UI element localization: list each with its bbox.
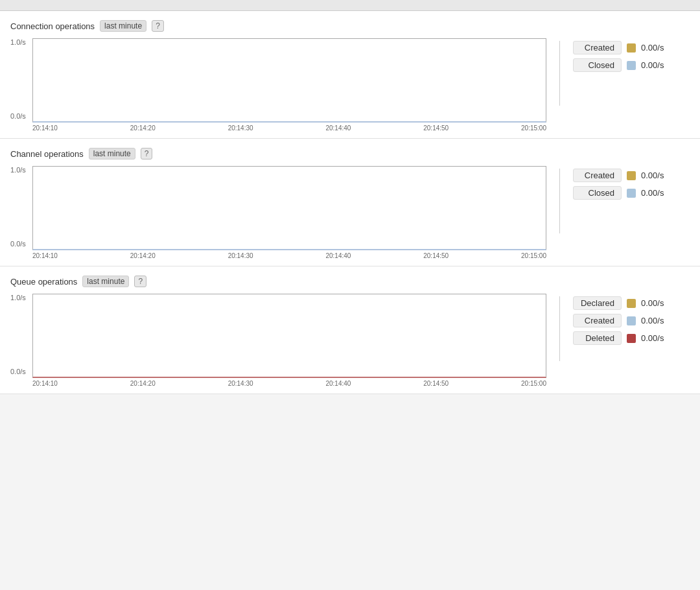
legend-divider-channel-operations <box>559 169 560 233</box>
x-label: 20:14:20 <box>130 252 156 259</box>
legend-color-queue-operations-1 <box>627 316 636 325</box>
legend-queue-operations: Declared0.00/sCreated0.00/sDeleted0.00/s <box>573 294 690 345</box>
help-badge-channel-operations[interactable]: ? <box>141 148 153 159</box>
section-connection-operations: Connection operationslast minute?1.0/s0.… <box>0 11 700 139</box>
legend-value-connection-operations-1: 0.00/s <box>641 60 664 70</box>
y-bottom-queue-operations: 0.0/s <box>10 368 26 375</box>
section-header-queue-operations: Queue operationslast minute? <box>10 276 690 287</box>
chart-area-connection-operations: 1.0/s0.0/s20:14:1020:14:2020:14:3020:14:… <box>10 38 690 132</box>
x-labels-channel-operations: 20:14:1020:14:2020:14:3020:14:4020:14:50… <box>32 252 546 259</box>
x-labels-connection-operations: 20:14:1020:14:2020:14:3020:14:4020:14:50… <box>32 124 546 132</box>
x-label: 20:14:10 <box>32 380 58 387</box>
section-title-queue-operations: Queue operations <box>10 277 77 287</box>
chart-area-channel-operations: 1.0/s0.0/s20:14:1020:14:2020:14:3020:14:… <box>10 166 690 259</box>
section-title-connection-operations: Connection operations <box>10 21 95 31</box>
x-label: 20:14:30 <box>228 252 253 259</box>
y-top-channel-operations: 1.0/s <box>10 166 26 174</box>
header <box>0 0 700 11</box>
x-label: 20:14:40 <box>325 380 351 387</box>
legend-label-queue-operations-1[interactable]: Created <box>573 314 622 327</box>
legend-item-queue-operations-0: Declared0.00/s <box>573 296 690 310</box>
time-badge-connection-operations[interactable]: last minute <box>100 20 146 32</box>
time-badge-channel-operations[interactable]: last minute <box>89 148 135 159</box>
x-label: 20:14:50 <box>423 380 449 387</box>
x-label: 20:14:40 <box>325 252 351 259</box>
legend-color-queue-operations-2 <box>627 334 636 343</box>
section-header-connection-operations: Connection operationslast minute? <box>10 20 690 32</box>
x-label: 20:15:00 <box>521 380 546 387</box>
legend-color-queue-operations-0 <box>627 299 636 308</box>
legend-item-connection-operations-1: Closed0.00/s <box>573 58 690 72</box>
legend-label-connection-operations-1[interactable]: Closed <box>573 58 622 72</box>
legend-channel-operations: Created0.00/sClosed0.00/s <box>573 166 690 200</box>
y-bottom-channel-operations: 0.0/s <box>10 240 26 248</box>
x-label: 20:14:20 <box>130 380 156 387</box>
x-label: 20:15:00 <box>521 124 546 132</box>
time-badge-queue-operations[interactable]: last minute <box>82 276 129 287</box>
legend-item-channel-operations-1: Closed0.00/s <box>573 186 690 200</box>
legend-value-queue-operations-1: 0.00/s <box>641 316 664 325</box>
legend-connection-operations: Created0.00/sClosed0.00/s <box>573 38 690 72</box>
x-label: 20:14:30 <box>228 124 253 132</box>
y-top-queue-operations: 1.0/s <box>10 294 26 301</box>
legend-color-channel-operations-0 <box>627 171 636 180</box>
legend-item-connection-operations-0: Created0.00/s <box>573 41 690 54</box>
chart-box-queue-operations <box>32 294 546 378</box>
chart-box-connection-operations <box>32 38 546 123</box>
x-label: 20:14:50 <box>423 252 449 259</box>
legend-label-channel-operations-1[interactable]: Closed <box>573 186 622 200</box>
content: Connection operationslast minute?1.0/s0.… <box>0 11 700 394</box>
x-label: 20:14:50 <box>423 124 449 132</box>
chart-area-queue-operations: 1.0/s0.0/s20:14:1020:14:2020:14:3020:14:… <box>10 294 690 387</box>
section-header-channel-operations: Channel operationslast minute? <box>10 148 690 159</box>
legend-divider-connection-operations <box>559 41 560 106</box>
legend-value-connection-operations-0: 0.00/s <box>641 43 664 53</box>
x-label: 20:14:20 <box>130 124 156 132</box>
section-channel-operations: Channel operationslast minute?1.0/s0.0/s… <box>0 139 700 266</box>
legend-value-queue-operations-2: 0.00/s <box>641 333 664 343</box>
legend-label-connection-operations-0[interactable]: Created <box>573 41 622 54</box>
x-label: 20:14:10 <box>32 252 58 259</box>
section-queue-operations: Queue operationslast minute?1.0/s0.0/s20… <box>0 266 700 394</box>
y-bottom-connection-operations: 0.0/s <box>10 112 26 120</box>
help-badge-connection-operations[interactable]: ? <box>152 20 164 32</box>
legend-item-queue-operations-1: Created0.00/s <box>573 314 690 327</box>
legend-color-connection-operations-1 <box>627 61 636 70</box>
x-label: 20:14:10 <box>32 124 58 132</box>
x-label: 20:15:00 <box>521 252 546 259</box>
y-top-connection-operations: 1.0/s <box>10 38 26 46</box>
section-title-channel-operations: Channel operations <box>10 149 84 159</box>
x-label: 20:14:40 <box>325 124 351 132</box>
chart-container-channel-operations: 1.0/s0.0/s20:14:1020:14:2020:14:3020:14:… <box>10 166 546 259</box>
legend-divider-queue-operations <box>559 296 560 361</box>
legend-item-channel-operations-0: Created0.00/s <box>573 169 690 182</box>
legend-value-channel-operations-0: 0.00/s <box>641 171 664 180</box>
x-label: 20:14:30 <box>228 380 253 387</box>
help-badge-queue-operations[interactable]: ? <box>134 276 146 287</box>
chart-container-queue-operations: 1.0/s0.0/s20:14:1020:14:2020:14:3020:14:… <box>10 294 546 387</box>
legend-item-queue-operations-2: Deleted0.00/s <box>573 331 690 345</box>
legend-value-channel-operations-1: 0.00/s <box>641 188 664 198</box>
chart-container-connection-operations: 1.0/s0.0/s20:14:1020:14:2020:14:3020:14:… <box>10 38 546 132</box>
legend-color-connection-operations-0 <box>627 43 636 53</box>
chart-box-channel-operations <box>32 166 546 250</box>
legend-value-queue-operations-0: 0.00/s <box>641 298 664 308</box>
legend-label-queue-operations-0[interactable]: Declared <box>573 296 622 310</box>
legend-label-queue-operations-2[interactable]: Deleted <box>573 331 622 345</box>
legend-color-channel-operations-1 <box>627 189 636 198</box>
x-labels-queue-operations: 20:14:1020:14:2020:14:3020:14:4020:14:50… <box>32 380 546 387</box>
legend-label-channel-operations-0[interactable]: Created <box>573 169 622 182</box>
